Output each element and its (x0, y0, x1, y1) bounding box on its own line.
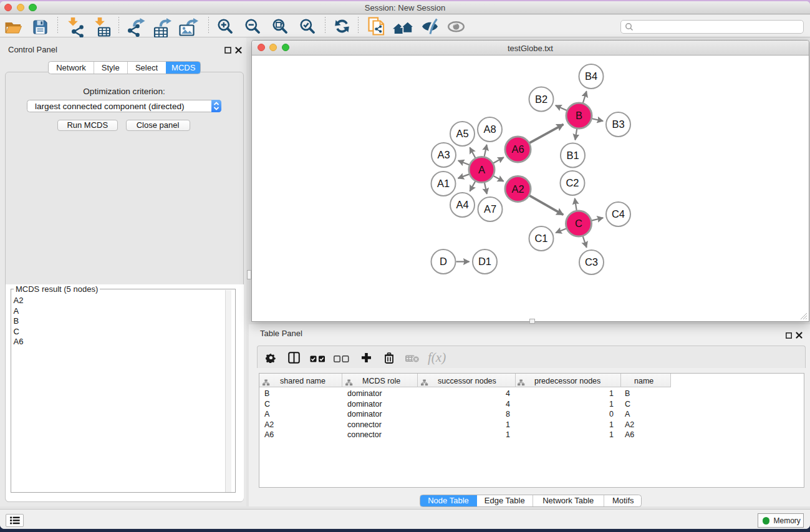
svg-text:D1: D1 (478, 256, 491, 267)
svg-text:A1: A1 (437, 178, 450, 189)
svg-text:B1: B1 (566, 150, 579, 161)
svg-text:B: B (576, 110, 582, 121)
svg-text:D: D (440, 256, 447, 267)
svg-text:B4: B4 (585, 70, 597, 82)
svg-text:A7: A7 (484, 203, 496, 215)
svg-text:B3: B3 (612, 118, 624, 130)
svg-text:A2: A2 (511, 183, 524, 195)
svg-text:C4: C4 (612, 208, 625, 220)
svg-text:C3: C3 (585, 256, 598, 268)
svg-text:B2: B2 (535, 94, 547, 105)
svg-text:C: C (575, 218, 582, 229)
svg-text:A8: A8 (483, 123, 496, 135)
svg-text:C1: C1 (534, 233, 547, 244)
svg-text:A5: A5 (456, 128, 468, 139)
svg-text:A6: A6 (511, 143, 524, 155)
svg-text:A3: A3 (437, 149, 450, 160)
svg-text:C2: C2 (566, 177, 579, 188)
svg-text:A: A (478, 164, 485, 175)
svg-text:A4: A4 (456, 199, 468, 210)
